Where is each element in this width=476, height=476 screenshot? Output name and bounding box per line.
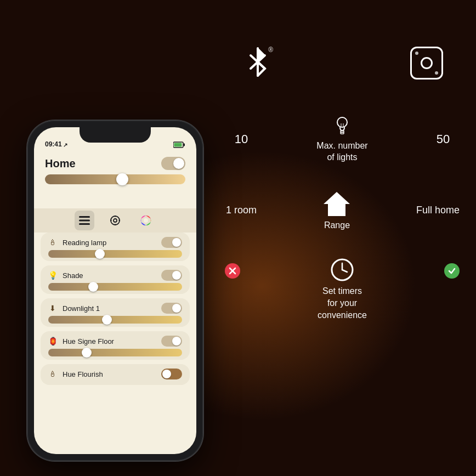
- light-list: 🕯 Reading lamp 💡 Shade: [34, 233, 196, 454]
- bridge-icon: [410, 47, 443, 80]
- bridge-feature: [410, 47, 443, 80]
- bulb-icon-3: ⬇: [48, 304, 57, 313]
- svg-point-14: [337, 117, 347, 127]
- bridge-dot-1: [415, 52, 418, 55]
- bridge-dot-2: [435, 71, 438, 75]
- bridge-circle: [421, 57, 433, 69]
- light-slider-4[interactable]: [48, 349, 182, 356]
- light-toggle-4[interactable]: [161, 336, 182, 347]
- max-lights-right: 50: [427, 132, 460, 146]
- light-name-3: Downlight 1: [63, 304, 156, 313]
- light-toggle-knob-2: [172, 271, 181, 280]
- tab-color[interactable]: [136, 211, 156, 230]
- svg-point-13: [144, 218, 148, 223]
- tab-bar: [34, 208, 196, 233]
- svg-rect-4: [79, 220, 90, 222]
- tab-settings[interactable]: [105, 211, 125, 230]
- light-item-signe: 🏮 Hue Signe Floor: [41, 331, 190, 360]
- home-label: Home: [45, 157, 76, 170]
- range-left: 1 room: [225, 205, 258, 216]
- svg-point-7: [111, 216, 120, 225]
- light-name-2: Shade: [63, 271, 156, 280]
- bluetooth-icon-wrap: ®: [241, 44, 274, 82]
- light-name-5: Hue Flourish: [63, 370, 156, 378]
- svg-rect-5: [79, 223, 90, 225]
- check-icon: [448, 267, 456, 275]
- phone-notch: [80, 127, 151, 143]
- light-item-shade: 💡 Shade: [41, 265, 190, 294]
- svg-line-24: [342, 270, 347, 272]
- timer-no-indicator: [225, 263, 240, 279]
- svg-marker-19: [324, 192, 350, 216]
- light-name-4: Hue Signe Floor: [63, 337, 156, 345]
- svg-rect-1: [184, 144, 185, 146]
- timer-center: Set timersfor yourconvenience: [318, 258, 367, 322]
- light-slider-knob-2: [88, 282, 98, 292]
- svg-rect-3: [79, 216, 90, 218]
- timer-yes-indicator: [444, 263, 460, 279]
- light-toggle-5[interactable]: [161, 369, 182, 379]
- light-toggle-1[interactable]: [161, 237, 182, 248]
- tab-list[interactable]: [75, 211, 94, 230]
- brightness-slider[interactable]: [45, 174, 185, 184]
- light-item-downlight: ⬇ Downlight 1: [41, 298, 190, 327]
- brightness-knob: [116, 173, 128, 185]
- light-slider-knob-1: [95, 249, 105, 259]
- range-right: Full home: [416, 205, 460, 216]
- light-slider-2[interactable]: [48, 283, 182, 291]
- svg-rect-2: [174, 143, 182, 147]
- bulb-small-icon: [336, 115, 348, 136]
- light-slider-3[interactable]: [48, 316, 182, 324]
- max-lights-left: 10: [225, 132, 258, 146]
- right-panel: ® 10 Max. num: [219, 44, 465, 322]
- light-slider-knob-3: [102, 315, 112, 325]
- status-battery: [173, 141, 185, 148]
- light-toggle-knob-4: [172, 337, 181, 345]
- status-time: 09:41: [45, 140, 62, 148]
- light-toggle-knob-1: [172, 238, 181, 247]
- range-label: Range: [324, 220, 350, 230]
- bulb-icon-4: 🏮: [48, 337, 57, 345]
- timers-row: Set timersfor yourconvenience: [219, 258, 465, 322]
- x-icon: [229, 267, 236, 275]
- toggle-knob: [173, 158, 184, 169]
- bulb-icon-2: 💡: [48, 271, 57, 280]
- light-slider-1[interactable]: [48, 250, 182, 258]
- light-slider-knob-4: [82, 348, 92, 358]
- clock-icon: [330, 258, 354, 282]
- phone-screen: 09:41 ↗ Home: [34, 127, 196, 454]
- range-row: 1 room Range Full home: [219, 191, 465, 230]
- home-toggle[interactable]: [161, 157, 185, 170]
- light-toggle-knob-5: [162, 370, 171, 378]
- bluetooth-feature: ®: [241, 44, 274, 82]
- max-lights-row: 10 Max. numberof lights 50: [219, 115, 465, 163]
- bulb-icon-5: 🕯: [48, 370, 57, 378]
- svg-rect-16: [341, 132, 344, 134]
- light-toggle-2[interactable]: [161, 270, 182, 281]
- light-item-flourish: 🕯 Hue Flourish: [41, 364, 190, 385]
- house-icon: [322, 191, 351, 217]
- phone-device: 09:41 ↗ Home: [27, 121, 203, 461]
- svg-point-6: [114, 219, 117, 222]
- timer-label: Set timersfor yourconvenience: [318, 285, 367, 322]
- max-lights-center: Max. numberof lights: [316, 115, 367, 163]
- light-toggle-knob-3: [172, 304, 181, 313]
- max-lights-label: Max. numberof lights: [316, 140, 367, 163]
- bulb-icon-1: 🕯: [48, 238, 57, 247]
- app-header: Home: [34, 151, 196, 191]
- light-item-reading-lamp: 🕯 Reading lamp: [41, 233, 190, 261]
- bluetooth-icon: [244, 46, 271, 81]
- light-name-1: Reading lamp: [63, 239, 156, 247]
- bluetooth-registered: ®: [268, 46, 273, 54]
- range-center: Range: [322, 191, 351, 230]
- status-direction: ↗: [63, 142, 67, 148]
- light-toggle-3[interactable]: [161, 303, 182, 314]
- top-icons-row: ®: [219, 44, 465, 82]
